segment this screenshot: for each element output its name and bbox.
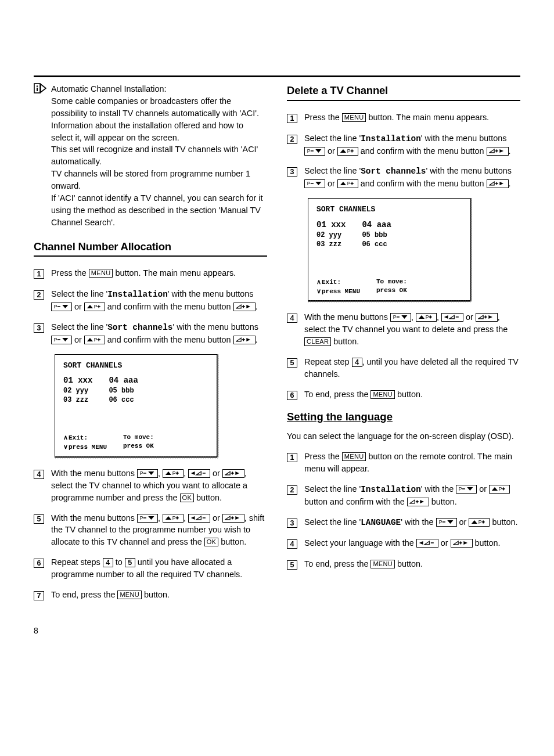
svg-rect-9: [243, 305, 244, 308]
text: Press the: [304, 452, 342, 461]
text: With the menu buttons: [51, 513, 137, 523]
page-number: 8: [34, 625, 520, 636]
menu-button-icon: MENU: [370, 390, 395, 399]
svg-text:P: P: [393, 314, 397, 320]
text: To end, press the: [51, 590, 117, 599]
menu-button-icon: MENU: [117, 591, 142, 599]
text: or: [457, 517, 469, 527]
step-number-box: 5: [34, 514, 44, 524]
p-plus-up-icon: P: [416, 313, 437, 322]
svg-rect-32: [232, 516, 233, 519]
ok-button-icon: OK: [204, 538, 219, 546]
text: or: [72, 302, 84, 311]
text: Press the: [304, 113, 342, 122]
step-number-box: 4: [34, 470, 44, 479]
lang-step-2: 2 Select the line 'Installation' with th…: [287, 483, 520, 508]
svg-text:P: P: [140, 515, 143, 521]
step-number-box: 5: [287, 358, 297, 368]
osd-item: 05 bbb: [109, 386, 138, 395]
text: button. The main menu appears.: [113, 268, 236, 278]
text: Repeat step: [304, 357, 352, 366]
svg-rect-34: [311, 150, 314, 152]
svg-rect-66: [483, 520, 484, 523]
text: button.: [142, 590, 170, 599]
step-number-box: 2: [287, 485, 297, 495]
del-step-2: 2 Select the line 'Installation' with th…: [287, 132, 520, 157]
vol-minus-left-icon: [188, 514, 210, 523]
aci-note: Automatic Channel Installation: Some cab…: [34, 83, 267, 229]
p-minus-down-icon: P: [51, 336, 72, 344]
svg-text:P: P: [94, 304, 98, 309]
text: Select the line ': [304, 134, 361, 143]
code-text: Installation: [361, 485, 421, 494]
aci-note-p4: If 'ACI' cannot identify a TV channel, y…: [51, 192, 267, 229]
text: ' with the: [401, 517, 436, 527]
step-number-box: 7: [34, 591, 44, 600]
p-minus-down-icon: P: [137, 469, 158, 478]
p-plus-up-icon: P: [163, 514, 184, 523]
text: Select your language with the: [304, 538, 416, 548]
code-text: Installation: [361, 134, 421, 143]
del-step-3: 3 Select the line 'Sort channels' with t…: [287, 165, 520, 190]
cna-step-6: 6 Repeat steps 4 to 5 until you have all…: [34, 556, 267, 581]
svg-text:P: P: [438, 519, 442, 525]
p-minus-down-icon: P: [456, 485, 477, 494]
cna-step-2: 2 Select the line 'Installation' with th…: [34, 288, 267, 313]
osd-exit-label: Exit:: [69, 434, 88, 441]
step-ref-box: 4: [352, 358, 362, 367]
vol-plus-right-icon: [222, 469, 244, 478]
menu-button-icon: MENU: [370, 560, 395, 568]
menu-button-icon: MENU: [89, 269, 113, 278]
svg-text:P: P: [94, 337, 98, 343]
text: button.: [395, 390, 423, 399]
svg-rect-21: [177, 471, 178, 474]
text: or: [210, 513, 222, 523]
text: button. The main menu appears.: [366, 113, 489, 122]
text: To end, press the: [304, 559, 370, 568]
vol-plus-right-icon: [407, 498, 429, 506]
svg-rect-61: [416, 500, 418, 503]
lang-step-4: 4 Select your language with the or butto…: [287, 537, 520, 550]
svg-rect-48: [397, 317, 400, 318]
vol-plus-right-icon: [487, 179, 509, 188]
text: .: [256, 302, 258, 311]
svg-rect-41: [311, 183, 314, 184]
step-number-box: 6: [287, 391, 297, 400]
step-number-box: 2: [34, 290, 44, 300]
svg-text:P: P: [140, 470, 143, 476]
menu-button-icon: MENU: [342, 113, 366, 122]
step-ref-box: 4: [103, 558, 113, 567]
lang-heading: Setting the language: [287, 409, 520, 425]
p-plus-up-icon: P: [84, 336, 105, 344]
step-number-box: 3: [287, 519, 297, 528]
svg-rect-2: [37, 88, 38, 91]
svg-rect-16: [243, 338, 244, 341]
svg-text:P: P: [426, 314, 429, 320]
svg-point-1: [37, 85, 38, 87]
svg-rect-69: [460, 541, 461, 544]
p-minus-down-icon: P: [304, 147, 325, 156]
p-plus-up-icon: P: [337, 147, 358, 156]
osd-move-text: press OK: [376, 286, 407, 295]
text: or: [438, 538, 451, 548]
svg-rect-56: [462, 488, 465, 489]
code-text: Installation: [107, 290, 168, 299]
svg-rect-51: [430, 316, 431, 319]
svg-text:P: P: [54, 337, 57, 343]
osd-move-label: To move:: [376, 278, 407, 286]
lang-step-1: 1 Press the MENU button on the remote co…: [287, 451, 520, 475]
text: button.: [194, 493, 222, 502]
osd-item: 03 zzz: [316, 240, 346, 249]
del-heading: Delete a TV Channel: [287, 83, 520, 99]
del-step-5: 5 Repeat step 4, until you have deleted …: [287, 356, 520, 380]
osd-item: 06 ccc: [362, 240, 391, 249]
text: button.: [395, 559, 423, 568]
p-plus-up-icon: P: [489, 485, 510, 494]
p-minus-down-icon: P: [51, 303, 72, 311]
osd-exit-text: press MENU: [322, 288, 360, 295]
text: ,: [184, 513, 188, 523]
text: .: [509, 179, 511, 188]
p-plus-up-icon: P: [337, 179, 358, 188]
svg-text:P: P: [172, 470, 176, 476]
osd-title: SORT CHANNELS: [316, 204, 462, 215]
